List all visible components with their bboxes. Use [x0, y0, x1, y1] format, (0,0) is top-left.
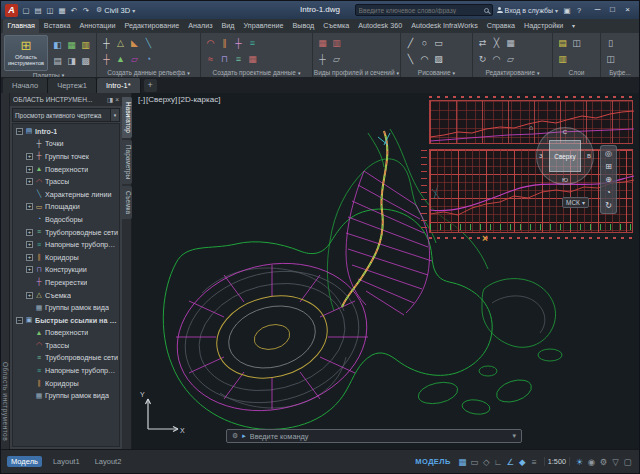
corridor-icon[interactable]: ∥: [218, 35, 231, 50]
layer-list-icon[interactable]: ▥: [556, 51, 569, 66]
tree-expander[interactable]: [26, 367, 33, 374]
tree-expander[interactable]: [26, 329, 33, 336]
help-search-field[interactable]: [355, 4, 493, 16]
maximize-button[interactable]: □: [605, 1, 620, 19]
palette-anchor-bar[interactable]: Область инструментов: [1, 93, 10, 449]
tree-item[interactable]: + ⊓ Конструкции: [13, 264, 119, 277]
tree-item[interactable]: ╲ Характерные линии: [13, 188, 119, 201]
tree-expander[interactable]: [26, 216, 33, 223]
ribbon-tab[interactable]: Главная: [3, 19, 39, 33]
offset-icon[interactable]: ▱: [504, 51, 517, 66]
ribbon-tab[interactable]: Аннотации: [75, 19, 120, 33]
model-viewport[interactable]: [-] [Сверху] [2D-каркас]: [132, 93, 639, 449]
combo-dropdown-icon[interactable]: ▾: [110, 109, 119, 121]
new-drawing-tab-button[interactable]: +: [144, 79, 157, 92]
grid-display-icon[interactable]: ▦: [457, 457, 468, 467]
surfaces-icon[interactable]: ▲: [114, 51, 127, 66]
tree-item[interactable]: ≡ Напорные трубопроводные сети: [13, 364, 119, 377]
grading-icon[interactable]: ◣: [128, 35, 141, 50]
profile-view-icon[interactable]: ▦: [316, 35, 329, 50]
polar-tracking-icon[interactable]: ∠: [505, 457, 516, 467]
panorama-icon[interactable]: ▤: [51, 54, 64, 69]
annotation-scale[interactable]: 1:500: [544, 457, 570, 466]
trim-icon[interactable]: ╳: [490, 35, 503, 50]
tree-item[interactable]: + ≡ Трубопроводные сети: [13, 226, 119, 239]
panel-footer-terrain[interactable]: Создать данные рельефа▾: [97, 68, 200, 77]
open-file-icon[interactable]: ▤: [33, 6, 43, 15]
tree-item[interactable]: − ▤ Intro-1: [13, 125, 119, 138]
pressure-network-icon[interactable]: ≡: [246, 35, 259, 50]
panel-footer-draw[interactable]: Рисование▾: [401, 68, 472, 77]
command-prompt-text[interactable]: Введите команду: [250, 432, 509, 441]
alignment-icon[interactable]: ◠: [204, 35, 217, 50]
tree-expander[interactable]: +: [26, 229, 33, 236]
tree-item[interactable]: + △ Съемка: [13, 289, 119, 302]
search-icon[interactable]: [484, 8, 489, 13]
close-icon[interactable]: ×: [115, 96, 119, 103]
rotate-icon[interactable]: ↻: [476, 51, 489, 66]
object-snap-icon[interactable]: ◆: [517, 457, 528, 467]
paste-icon[interactable]: ▯: [604, 35, 617, 50]
viewport-menu-control[interactable]: [-]: [138, 95, 145, 104]
tree-expander[interactable]: [26, 279, 33, 286]
application-menu-button[interactable]: A: [5, 4, 18, 17]
signin-button[interactable]: Вход в службы ▾: [497, 7, 558, 14]
workspace-selector[interactable]: ⚙ Civil 3D ▾: [96, 6, 135, 15]
orbit-icon[interactable]: ◔: [606, 188, 611, 197]
viewcube-north-label[interactable]: С: [563, 129, 567, 135]
polyline-icon[interactable]: ╲: [404, 51, 417, 66]
drawing-tab[interactable]: Intro-1*: [97, 78, 141, 93]
tree-item[interactable]: ◔ Водосборы: [13, 213, 119, 226]
section-views-icon[interactable]: ▥: [330, 35, 343, 50]
undo-icon[interactable]: ↶: [69, 6, 79, 15]
active-drawing-view-combo[interactable]: Просмотр активного чертежа ▾: [12, 108, 120, 122]
tree-item[interactable]: ≡ Трубопроводные сети: [13, 352, 119, 365]
tree-expander[interactable]: [26, 392, 33, 399]
properties-palette-icon[interactable]: ◧: [51, 38, 64, 53]
zoom-icon[interactable]: ⊕: [605, 175, 612, 184]
viewcube-south-label[interactable]: Ю: [562, 177, 568, 183]
object-snap-tracking-icon[interactable]: ≡: [529, 457, 540, 467]
tree-item[interactable]: ┼ Точки: [13, 138, 119, 151]
ribbon-tab[interactable]: Съемка: [319, 19, 354, 33]
tree-expander[interactable]: +: [26, 166, 33, 173]
tree-expander[interactable]: +: [26, 178, 33, 185]
profile-view-create-icon[interactable]: ▦: [246, 51, 259, 66]
points-icon[interactable]: ┼: [100, 35, 113, 50]
viewcube-east-label[interactable]: В: [587, 153, 591, 159]
tree-item[interactable]: ◠ Трассы: [13, 339, 119, 352]
ribbon-tab[interactable]: Вывод: [288, 19, 319, 33]
panel-footer-design[interactable]: Создать проектные данные▾: [201, 68, 312, 77]
panel-footer-profiles[interactable]: Виды профилей и сечений▾: [313, 68, 400, 77]
tree-expander[interactable]: [26, 342, 33, 349]
tree-expander[interactable]: [26, 191, 33, 198]
layout-tab[interactable]: Модель: [7, 456, 42, 467]
layout-tab[interactable]: Layout2: [91, 456, 126, 467]
catchment-icon[interactable]: ◔: [142, 51, 155, 66]
tree-item[interactable]: ▲ Поверхности: [13, 327, 119, 340]
tree-item[interactable]: + ▭ Площадки: [13, 201, 119, 214]
tree-expander[interactable]: +: [26, 292, 33, 299]
tree-item[interactable]: + ▲ Поверхности: [13, 163, 119, 176]
profile-icon[interactable]: ≈: [204, 51, 217, 66]
ribbon-tab-overflow-icon[interactable]: ▾: [568, 19, 579, 33]
help-icon[interactable]: ?: [574, 6, 584, 15]
tree-item[interactable]: − ▣ Быстрые ссылки на данные [...]: [13, 314, 119, 327]
ucs-badge[interactable]: МСК ▾: [562, 197, 589, 208]
navigation-wheel-icon[interactable]: ◎: [605, 149, 612, 158]
ribbon-tab[interactable]: Autodesk InfraWorks: [407, 19, 483, 33]
tree-expander[interactable]: [26, 140, 33, 147]
minimize-button[interactable]: ─: [590, 1, 605, 19]
panel-footer-clipboard[interactable]: Буфе...: [601, 68, 639, 77]
isolate-objects-icon[interactable]: ▽: [610, 457, 621, 467]
tree-expander[interactable]: +: [26, 254, 33, 261]
tree-expander[interactable]: +: [26, 241, 33, 248]
toolspace-tab[interactable]: Съемка: [122, 186, 132, 219]
fillet-icon[interactable]: ◠: [490, 51, 503, 66]
hatch-icon[interactable]: ▨: [432, 51, 445, 66]
tree-item[interactable]: + ≡ Напорные трубопроводные сети: [13, 238, 119, 251]
layer-properties-icon[interactable]: ▤: [556, 35, 569, 50]
point-creation-tools-icon[interactable]: ┼: [100, 51, 113, 66]
snap-mode-icon[interactable]: ▭: [469, 457, 480, 467]
ribbon-tab[interactable]: Autodesk 360: [354, 19, 407, 33]
